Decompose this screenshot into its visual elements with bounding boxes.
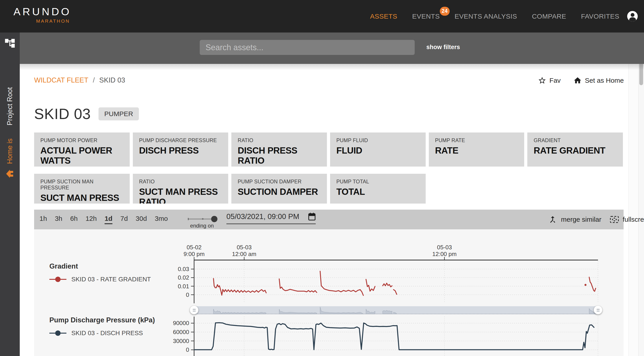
nav-tab[interactable]: FAVORITES xyxy=(581,12,619,20)
set-as-home-button[interactable]: Set as Home xyxy=(573,76,624,85)
gradient-chart-title: Gradient xyxy=(49,262,151,270)
tag-caption: PUMP MOTOR POWER xyxy=(40,137,124,143)
breadcrumb: WILDCAT FLEET / SKID 03 xyxy=(34,76,125,84)
tag-card[interactable]: RATIO DISCH PRESS RATIO xyxy=(231,132,327,167)
tag-card[interactable]: PUMP SUCTION MAN PRESSURE SUCT MAN PRESS xyxy=(34,174,130,204)
tag-title: ACTUAL POWER WATTS xyxy=(40,145,124,166)
breadcrumb-parent[interactable]: WILDCAT FLEET xyxy=(34,76,88,84)
tag-card[interactable]: PUMP RATE RATE xyxy=(429,132,524,167)
tag-title: RATE GRADIENT xyxy=(534,145,616,156)
time-range-option[interactable]: 7d xyxy=(120,215,128,224)
tag-title: FLUID xyxy=(336,145,420,156)
tag-caption: GRADIENT xyxy=(534,137,616,143)
breadcrumb-row: WILDCAT FLEET / SKID 03 Fav Set as Home xyxy=(34,76,624,87)
home-icon xyxy=(573,76,582,85)
time-range-option[interactable]: 6h xyxy=(70,215,78,224)
star-icon xyxy=(538,76,546,85)
breadcrumb-separator: / xyxy=(93,76,95,84)
home-is-label: Home is xyxy=(6,138,14,164)
navigator-left-handle[interactable] xyxy=(190,306,198,314)
nav-tab[interactable]: EVENTS ANALYSIS xyxy=(454,12,517,20)
gradient-series-swatch xyxy=(49,279,66,280)
asset-type-badge: PUMPER xyxy=(98,107,139,120)
tag-card[interactable]: RATIO SUCT MAN PRESS RATIO xyxy=(133,174,228,204)
search-bar-shadow xyxy=(20,64,644,70)
search-input[interactable] xyxy=(200,40,415,55)
fullscreen-icon xyxy=(610,215,619,224)
time-range-option[interactable]: 12h xyxy=(86,215,97,224)
svg-text:90000: 90000 xyxy=(173,320,189,327)
tag-caption: PUMP TOTAL xyxy=(336,179,420,185)
time-range-option[interactable]: 3h xyxy=(55,215,62,224)
tag-cards: PUMP MOTOR POWER ACTUAL POWER WATTS PUMP… xyxy=(34,132,623,204)
tag-caption: PUMP RATE xyxy=(435,137,518,143)
svg-text:05-03: 05-03 xyxy=(437,244,452,251)
nav-tab[interactable]: COMPARE xyxy=(532,12,566,20)
time-range-selector: 1h 3h 6h 12h 1d 7d 30d 3mo xyxy=(40,210,168,229)
app-logo[interactable]: ARUNDO MARATHON xyxy=(14,5,71,24)
svg-text:0.02: 0.02 xyxy=(178,274,189,281)
title-row: SKID 03 PUMPER xyxy=(34,105,139,122)
user-avatar-icon[interactable] xyxy=(627,11,638,21)
nav-tab[interactable]: EVENTS 24 xyxy=(412,12,440,20)
chart-toolbar: 1h 3h 6h 12h 1d 7d 30d 3mo ending on 05/… xyxy=(34,210,624,229)
pressure-series-legend[interactable]: SKID 03 - DISCH PRESS xyxy=(49,330,155,337)
merge-similar-button[interactable]: merge similar xyxy=(548,210,601,229)
tag-title: DISCH PRESS RATIO xyxy=(238,145,321,166)
fav-button[interactable]: Fav xyxy=(538,76,561,85)
right-gutter xyxy=(628,32,638,356)
project-root-label[interactable]: Project Root xyxy=(6,87,14,126)
calendar-icon[interactable] xyxy=(308,212,316,221)
tag-title: DISCH PRESS xyxy=(139,145,222,156)
tag-title: SUCTION DAMPER xyxy=(238,187,321,197)
tag-caption: RATIO xyxy=(139,179,222,185)
page-actions: Fav Set as Home xyxy=(538,76,624,85)
svg-text:05-02: 05-02 xyxy=(187,244,202,251)
svg-text:0: 0 xyxy=(186,292,189,298)
tag-card[interactable]: GRADIENT RATE GRADIENT xyxy=(527,132,623,167)
page-scrollbar[interactable] xyxy=(638,32,644,356)
tag-card[interactable]: PUMP SUCTION DAMPER SUCTION DAMPER xyxy=(231,174,327,204)
show-filters-link[interactable]: show filters xyxy=(426,44,460,51)
tag-title: SUCT MAN PRESS xyxy=(40,193,124,203)
pressure-chart-title: Pump Discharge Pressure (kPa) xyxy=(49,316,155,324)
project-tree-icon[interactable] xyxy=(4,37,16,49)
svg-text:9:00 pm: 9:00 pm xyxy=(184,251,205,257)
gradient-legend: Gradient SKID 03 - RATE GRADIENT xyxy=(49,262,151,283)
svg-text:12:00 am: 12:00 am xyxy=(232,251,256,257)
gradient-series-legend[interactable]: SKID 03 - RATE GRADIENT xyxy=(49,276,151,283)
tag-card[interactable]: PUMP DISCHARGE PRESSURE DISCH PRESS xyxy=(133,132,228,167)
tag-caption: PUMP FLUID xyxy=(336,137,420,143)
nav-tab[interactable]: ASSETS xyxy=(370,12,397,20)
tag-caption: PUMP SUCTION MAN PRESSURE xyxy=(40,179,124,191)
navigator-right-handle[interactable] xyxy=(594,306,602,314)
tag-caption: PUMP SUCTION DAMPER xyxy=(238,179,321,185)
page: ARUNDO MARATHON ASSETS EVENTS 24 EVENTS … xyxy=(0,0,644,356)
fullscreen-button[interactable]: fullscreen xyxy=(610,210,644,229)
search-bar: show filters xyxy=(20,32,644,64)
tag-title: RATE xyxy=(435,145,518,156)
time-range-option[interactable]: 3mo xyxy=(155,215,168,224)
ending-date-input[interactable]: 05/03/2021, 09:00 PM xyxy=(226,212,316,224)
tag-card[interactable]: PUMP FLUID FLUID xyxy=(330,132,426,167)
ending-on-slider[interactable] xyxy=(188,219,216,220)
left-sidebar: Home is Project Root xyxy=(0,32,20,356)
charts-section: 05-029:00 pm05-0312:00 am05-0312:00 pm00… xyxy=(34,229,624,356)
tag-card[interactable]: PUMP TOTAL TOTAL xyxy=(330,174,426,204)
navigator-mini-chart xyxy=(194,306,598,314)
tag-title: SUCT MAN PRESS RATIO xyxy=(139,187,222,204)
page-title: SKID 03 xyxy=(34,105,91,122)
top-nav: ARUNDO MARATHON ASSETS EVENTS 24 EVENTS … xyxy=(0,0,644,32)
merge-icon xyxy=(548,215,558,224)
time-navigator[interactable] xyxy=(194,306,598,314)
time-range-option[interactable]: 1d xyxy=(104,215,112,224)
time-range-option[interactable]: 1h xyxy=(40,215,47,224)
events-count-badge: 24 xyxy=(440,7,450,16)
time-range-option[interactable]: 30d xyxy=(136,215,147,224)
tag-caption: PUMP DISCHARGE PRESSURE xyxy=(139,137,222,143)
svg-text:60000: 60000 xyxy=(173,329,189,335)
slider-knob[interactable] xyxy=(211,216,218,222)
logo-subtext: MARATHON xyxy=(14,18,71,24)
tag-card[interactable]: PUMP MOTOR POWER ACTUAL POWER WATTS xyxy=(34,132,130,167)
home-arrow-icon[interactable] xyxy=(5,169,15,179)
